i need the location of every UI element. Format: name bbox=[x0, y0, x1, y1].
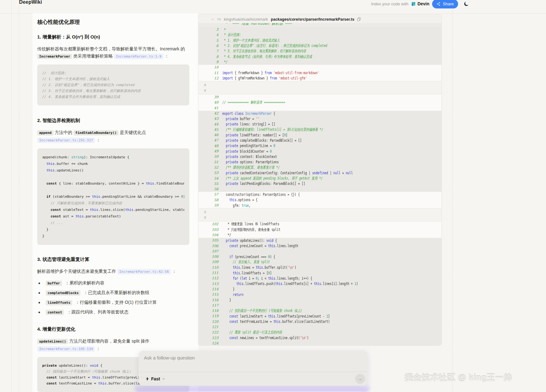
devin-label: Devin bbox=[417, 1, 429, 6]
doc-code-line: append(chunk: string): IncrementalUpdate… bbox=[42, 154, 184, 160]
code-text: * 4. 复杂嵌套节点（如列表、引用）作为整体处理，直到确认完成 bbox=[218, 54, 392, 59]
share-button[interactable]: Share bbox=[432, 0, 458, 8]
doc-bullet-list: buffer：累积的未解析内容completedBlocks：已完成且永不重新解… bbox=[37, 280, 189, 315]
chevron-down-icon bbox=[162, 377, 165, 380]
line-number: 115 bbox=[198, 293, 218, 297]
doc-section-3-heading: 3. 状态管理避免重复计算 bbox=[37, 257, 189, 262]
code-text: // 找到最后一个不完整的行 (可能被新 chunk 续上) bbox=[218, 308, 392, 313]
code-line: 105 private updateLines(): void { bbox=[198, 238, 441, 243]
send-button[interactable]: → bbox=[355, 374, 365, 384]
paragraph-text: ： bbox=[163, 53, 169, 59]
bullet-code-chip: buffer bbox=[46, 281, 62, 286]
file-reference-link[interactable]: IncremarkParser.ts:105-134 bbox=[37, 346, 95, 352]
inline-code-chip: findStableBoundary() bbox=[74, 130, 119, 135]
clipped-code-line: * ——— 增量 Markdown 解析器 ——— bbox=[198, 23, 441, 27]
code-text: export class IncremarkParser { bbox=[218, 111, 392, 116]
repo-name[interactable]: kingshuaishuai/incremark bbox=[224, 17, 268, 22]
doc-paragraph-3: 解析器维护多个关键状态来避免重复工作 IncremarkParser.ts:42… bbox=[37, 268, 189, 275]
doc-code-line: const stableText = this.lines.slice(this… bbox=[42, 206, 184, 213]
code-text: private context: BlockContext bbox=[218, 155, 392, 159]
paragraph-text: 解析器维护多个关键状态来避免重复工作 bbox=[37, 269, 117, 274]
code-text: gfm: true, bbox=[218, 203, 392, 208]
code-line: 114 } bbox=[198, 287, 441, 292]
code-text: private options: ParserOptions bbox=[218, 160, 392, 164]
code-line: 113 this.lineOffsets.push(this.lineOffse… bbox=[198, 281, 441, 286]
file-header: TS kingshuaishuai/incremark packages/cor… bbox=[198, 15, 441, 23]
code-line: 59 gfm: true, bbox=[198, 203, 441, 208]
paragraph-text: ： bbox=[171, 269, 176, 274]
file-reference-link[interactable]: IncremarkParser.ts:42-56 bbox=[117, 269, 171, 274]
doc-code-line: const { line: stableBoundary, contextAtL… bbox=[42, 180, 184, 187]
model-selector[interactable]: Fast bbox=[144, 375, 167, 383]
code-line: 52 /** 缓存的容器配置, 避免重复计算 */ bbox=[198, 165, 441, 170]
code-text: import { gfmFromMarkdown } from 'mdast-u… bbox=[218, 76, 392, 80]
code-line: 55 private lastPendingBlocks: ParsedBloc… bbox=[198, 181, 441, 186]
doc-code-block-1: // 设计思路:// 1. 维护一个文本缓冲区，接收流式输入// 2. 识别"稳… bbox=[37, 64, 189, 105]
line-number: 47 bbox=[198, 138, 218, 142]
line-number: 110 bbox=[198, 266, 218, 270]
code-text: * 1. 维护一个文本缓冲区，接收流式输入 bbox=[218, 38, 392, 43]
doc-paragraph-4: updateLines() 方法只处理新增内容，避免全量 split 操作 In… bbox=[37, 338, 189, 353]
follow-up-input-placeholder[interactable]: Ask a follow-up question bbox=[144, 355, 195, 360]
code-line: 6 * 2. 识别"稳定边界"（如空行、标题等），将已完成的块标记为 compl… bbox=[198, 43, 441, 48]
dark-mode-toggle[interactable] bbox=[463, 1, 469, 7]
expand-down-icon[interactable] bbox=[203, 209, 207, 214]
doc-code-line: if (stableBoundary >= this.pendingStartL… bbox=[42, 193, 184, 200]
paragraph-text: 方法只处理新增内容，避免全量 split 操作 bbox=[68, 339, 150, 344]
collapse-chevron-icon[interactable] bbox=[211, 18, 214, 21]
code-text bbox=[218, 303, 392, 308]
hidden-lines-separator bbox=[198, 208, 441, 221]
line-number: 111 bbox=[198, 271, 218, 275]
file-reference-link[interactable]: IncremarkParser.ts:291-317 bbox=[37, 138, 95, 143]
expand-up-icon[interactable] bbox=[203, 89, 207, 93]
code-line: 104 */ bbox=[198, 232, 441, 238]
expand-down-icon[interactable] bbox=[203, 82, 207, 87]
code-text: } bbox=[218, 298, 392, 302]
line-number: 108 bbox=[198, 255, 218, 259]
line-number: 120 bbox=[198, 320, 218, 324]
follow-up-input-box[interactable]: Ask a follow-up question Fast → bbox=[139, 351, 368, 386]
top-bar: DeepWiki Index your code with Devin bbox=[0, 0, 546, 14]
code-line: 50 private context: BlockContext bbox=[198, 154, 441, 159]
code-line: 49 private blockIdCounter = 0 bbox=[198, 149, 441, 154]
devin-link[interactable]: Devin bbox=[411, 1, 429, 6]
expand-up-icon[interactable] bbox=[203, 216, 207, 220]
doc-bullet-item: context：跟踪代码块、列表等嵌套状态 bbox=[37, 309, 189, 315]
bullet-code-chip: completedBlocks bbox=[46, 290, 80, 296]
copy-icon[interactable] bbox=[357, 17, 361, 21]
bullet-dot bbox=[38, 283, 40, 284]
code-line: 107 bbox=[198, 249, 441, 254]
doc-code-line: // 1. 维护一个文本缓冲区，接收流式输入 bbox=[42, 76, 184, 82]
code-text: const textFromLastLine = this.buffer.sli… bbox=[218, 319, 392, 324]
code-text bbox=[218, 249, 392, 253]
code-lines: 3 *4 * 设计思路:5 * 1. 维护一个文本缓冲区，接收流式输入6 * 2… bbox=[198, 27, 441, 346]
code-line: 47 private completedBlocks: ParsedBlock[… bbox=[198, 138, 441, 143]
deepwiki-logo[interactable]: DeepWiki bbox=[19, 0, 42, 5]
file-path[interactable]: packages/core/src/parser/IncremarkParser… bbox=[271, 17, 355, 22]
code-line: 110 this.lines = this.buffer.split('\n') bbox=[198, 265, 441, 270]
model-label: Fast bbox=[151, 376, 160, 381]
code-text: // ============ 解析器类 ============ bbox=[218, 100, 392, 105]
line-number: 41 bbox=[198, 106, 218, 110]
code-line: 5 * 1. 维护一个文本缓冲区，接收流式输入 bbox=[198, 38, 441, 43]
code-text: } bbox=[218, 287, 392, 291]
line-number: 56 bbox=[198, 187, 218, 191]
line-number: 59 bbox=[198, 203, 218, 207]
code-line: 48 private pendingStartLine = 0 bbox=[198, 143, 441, 149]
code-line: 4 * 设计思路: bbox=[198, 32, 441, 38]
file-reference-link[interactable]: IncremarkParser.ts:1-9 bbox=[114, 54, 163, 59]
code-line: 115 return bbox=[198, 292, 441, 297]
line-number: 9 bbox=[198, 60, 218, 64]
code-text: */ bbox=[218, 233, 392, 237]
doc-bullet-item: buffer：累积的未解析内容 bbox=[37, 280, 189, 286]
doc-code-line: const ast = this.parse(stableText) bbox=[42, 213, 184, 220]
code-line: 3 * bbox=[198, 27, 441, 32]
bullet-dot bbox=[38, 302, 40, 303]
line-number: 44 bbox=[198, 122, 218, 126]
code-text: this.lineOffsets.push(this.lineOffsets[i… bbox=[218, 282, 392, 286]
code-text: /** 上次 append 返回的 pending blocks, 用于 get… bbox=[218, 176, 392, 181]
doc-code-line: } bbox=[42, 226, 184, 233]
doc-code-line: // 设计思路: bbox=[42, 70, 184, 76]
line-number: 42 bbox=[198, 111, 218, 115]
code-line: 58 this.options = { bbox=[198, 197, 441, 203]
